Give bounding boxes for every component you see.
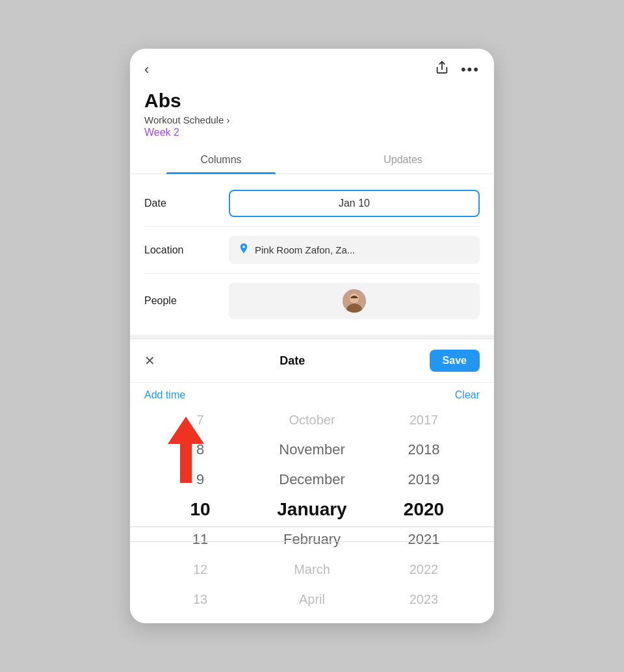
page-title: Abs: [144, 90, 480, 112]
people-row: People: [144, 274, 480, 328]
picker-day-7: 7: [144, 405, 256, 435]
picker-month-march: March: [256, 554, 368, 584]
back-button[interactable]: ‹: [144, 61, 149, 78]
close-button[interactable]: ✕: [144, 354, 155, 367]
location-pin-icon: [238, 242, 250, 257]
picker-month-december: December: [256, 465, 368, 495]
picker-year-2023: 2023: [368, 584, 480, 614]
date-picker-header: ✕ Date Save: [130, 339, 494, 383]
scroll-picker-wrapper: 7 8 9 10 11 12 13 October November Decem…: [130, 405, 494, 623]
add-time-link[interactable]: Add time: [144, 389, 185, 401]
picker-month-november: November: [256, 435, 368, 465]
header-section: Abs Workout Schedule › Week 2: [130, 84, 494, 146]
picker-year-2018: 2018: [368, 435, 480, 465]
top-bar: ‹ •••: [130, 49, 494, 84]
picker-month-april: April: [256, 584, 368, 614]
clear-link[interactable]: Clear: [455, 389, 480, 401]
picker-year-2017: 2017: [368, 405, 480, 435]
picker-col-month[interactable]: October November December January Februa…: [256, 405, 368, 614]
picker-year-2020: 2020: [368, 495, 480, 524]
picker-day-12: 12: [144, 554, 256, 584]
picker-day-13: 13: [144, 584, 256, 614]
top-bar-actions: •••: [435, 60, 480, 78]
tab-columns[interactable]: Columns: [130, 146, 312, 174]
scroll-picker[interactable]: 7 8 9 10 11 12 13 October November Decem…: [130, 405, 494, 623]
picker-day-8: 8: [144, 435, 256, 465]
tab-updates[interactable]: Updates: [312, 146, 494, 174]
picker-day-11: 11: [144, 524, 256, 554]
location-label: Location: [144, 244, 229, 256]
location-row: Location Pink Room Zafon, Za...: [144, 227, 480, 274]
picker-day-9: 9: [144, 465, 256, 495]
picker-year-2022: 2022: [368, 554, 480, 584]
people-label: People: [144, 295, 229, 307]
date-row: Date Jan 10: [144, 181, 480, 227]
picker-day-10: 10: [144, 495, 256, 524]
week-label: Week 2: [144, 127, 480, 138]
date-label: Date: [144, 198, 229, 209]
picker-year-2021: 2021: [368, 524, 480, 554]
date-picker-title: Date: [280, 354, 305, 368]
share-icon[interactable]: [435, 60, 449, 78]
location-field[interactable]: Pink Room Zafon, Za...: [229, 236, 480, 264]
columns-section: Date Jan 10 Location Pink Room Zafon, Za…: [130, 174, 494, 335]
picker-month-february: February: [256, 524, 368, 554]
picker-month-october: October: [256, 405, 368, 435]
date-field[interactable]: Jan 10: [229, 190, 480, 217]
breadcrumb[interactable]: Workout Schedule ›: [144, 114, 480, 125]
avatar: [343, 289, 366, 313]
phone-container: ‹ ••• Abs Workout Schedule › Week 2 Colu…: [130, 49, 494, 623]
date-picker-panel: ✕ Date Save Add time Clear 7 8 9: [130, 339, 494, 623]
picker-year-2019: 2019: [368, 465, 480, 495]
more-icon[interactable]: •••: [461, 61, 480, 78]
people-field[interactable]: [229, 283, 480, 319]
location-value: Pink Room Zafon, Za...: [255, 244, 355, 255]
save-button[interactable]: Save: [430, 350, 480, 372]
picker-col-day[interactable]: 7 8 9 10 11 12 13: [144, 405, 256, 614]
date-picker-actions: Add time Clear: [130, 383, 494, 405]
tabs: Columns Updates: [130, 146, 494, 174]
picker-col-year[interactable]: 2017 2018 2019 2020 2021 2022 2023: [368, 405, 480, 614]
date-value: Jan 10: [339, 198, 370, 209]
picker-month-january: January: [256, 495, 368, 524]
